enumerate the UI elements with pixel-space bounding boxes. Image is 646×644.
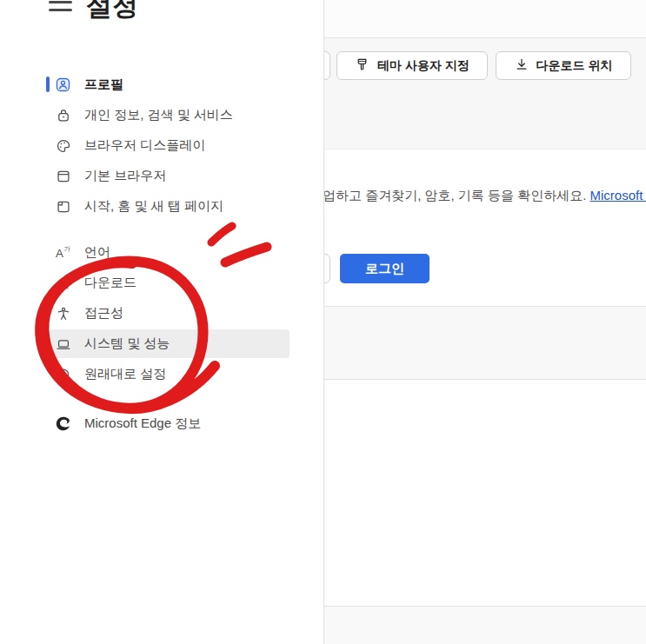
- accessibility-icon: [55, 305, 71, 322]
- sidebar-item-label: 시스템 및 성능: [84, 335, 170, 352]
- customize-theme-button[interactable]: 테마 사용자 지정: [336, 51, 488, 80]
- sidebar-item-default-browser[interactable]: 기본 브라우저: [0, 161, 324, 191]
- sidebar-item-downloads[interactable]: 다운로드: [0, 268, 324, 298]
- svg-text:A: A: [56, 247, 63, 260]
- download-arrow-icon: [515, 57, 529, 74]
- sidebar-item-privacy[interactable]: 개인 정보, 검색 및 서비스: [0, 100, 324, 130]
- languages-icon: A 가: [55, 244, 71, 261]
- sidebar-item-label: 기본 브라우저: [84, 168, 166, 184]
- system-icon: [55, 335, 71, 352]
- sidebar-item-label: 프로필: [84, 76, 123, 93]
- theme-brush-icon: [355, 57, 370, 75]
- sidebar-item-reset-settings[interactable]: 원래대로 설정: [0, 359, 324, 389]
- customize-theme-label: 테마 사용자 지정: [377, 58, 470, 74]
- sidebar-item-accessibility[interactable]: 접근성: [0, 298, 324, 329]
- sidebar-item-label: 접근성: [84, 305, 123, 322]
- download-location-label: 다운로드 위치: [536, 58, 613, 74]
- sidebar-item-label: 시작, 홈 및 새 탭 페이지: [84, 198, 223, 215]
- sidebar-item-system-performance[interactable]: 시스템 및 성능: [0, 329, 324, 359]
- sidebar-item-label: 다운로드: [84, 275, 137, 291]
- sidebar-item-label: Microsoft Edge 정보: [84, 415, 201, 432]
- sidebar-item-label: 언어: [84, 244, 110, 261]
- sidebar-item-label: 브라우저 디스플레이: [84, 137, 205, 154]
- sidebar-item-profile[interactable]: 프로필: [0, 70, 324, 100]
- profile-icon: [55, 76, 71, 93]
- edge-settings-window: 테마 사용자 지정 다운로드 위치 업하고 즐겨찾기, 암호, 기록 등을 확인…: [0, 0, 646, 644]
- signin-button[interactable]: 로그인: [340, 254, 430, 283]
- settings-nav: 프로필 개인 정보, 검색 및 서비스: [0, 70, 324, 439]
- settings-sidebar: 설정 프로필: [0, 0, 324, 644]
- privacy-icon: [55, 107, 71, 123]
- sidebar-item-about-edge[interactable]: Microsoft Edge 정보: [0, 408, 324, 439]
- sidebar-item-languages[interactable]: A 가 언어: [0, 237, 324, 268]
- downloads-icon: [55, 275, 71, 291]
- privacy-link[interactable]: Microsoft 개인정: [590, 188, 646, 202]
- download-location-button[interactable]: 다운로드 위치: [496, 51, 631, 80]
- active-indicator: [46, 76, 50, 92]
- start-home-icon: [55, 198, 71, 215]
- sidebar-item-label: 원래대로 설정: [84, 366, 166, 382]
- svg-text:가: 가: [63, 245, 70, 253]
- appearance-icon: [55, 137, 71, 154]
- sidebar-item-start-home-newtab[interactable]: 시작, 홈 및 새 탭 페이지: [0, 191, 324, 222]
- default-browser-icon: [55, 168, 71, 184]
- sidebar-item-label: 개인 정보, 검색 및 서비스: [84, 107, 233, 123]
- edge-logo-icon: [55, 415, 71, 432]
- hamburger-menu-icon[interactable]: [49, 0, 72, 11]
- reset-icon: [55, 366, 71, 382]
- sync-description: 업하고 즐겨찾기, 암호, 기록 등을 확인하세요. Microsoft 개인정: [323, 187, 646, 204]
- settings-title: 설정: [86, 0, 138, 24]
- sidebar-item-appearance[interactable]: 브라우저 디스플레이: [0, 130, 324, 161]
